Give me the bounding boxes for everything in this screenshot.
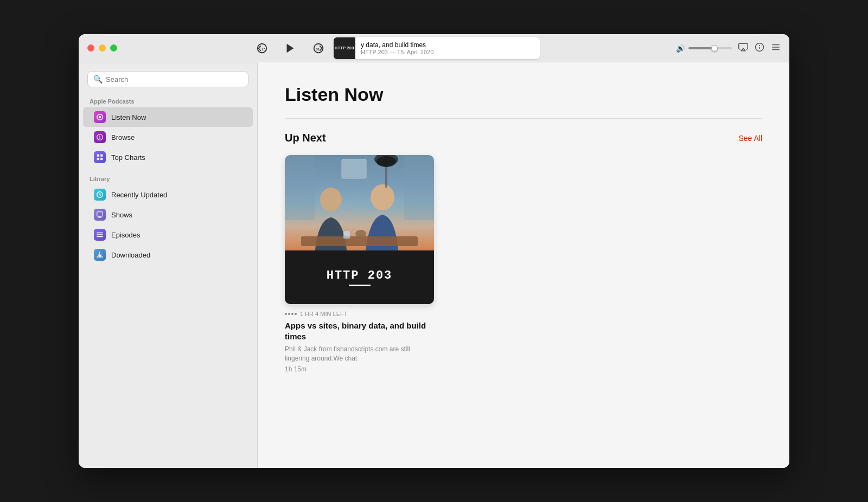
titlebar-right: 🔊 [676, 42, 789, 54]
play-button[interactable] [280, 38, 300, 58]
episode-time: 1 HR 4 MIN LEFT [285, 311, 434, 317]
svg-text:30: 30 [316, 47, 319, 50]
svg-rect-16 [100, 158, 103, 160]
volume-control[interactable]: 🔊 [676, 44, 732, 53]
episodes-label: Episodes [111, 231, 140, 239]
svg-rect-27 [285, 155, 315, 220]
listen-now-label: Listen Now [111, 113, 146, 121]
time-left: 1 HR 4 MIN LEFT [300, 311, 347, 317]
sidebar-item-browse[interactable]: Browse [83, 127, 253, 147]
transport-controls: 15 30 [253, 38, 327, 58]
podcast-artwork: HTTP 203 [285, 155, 434, 304]
page-title: Listen Now [285, 84, 762, 105]
shows-label: Shows [111, 211, 132, 219]
airplay-icon[interactable] [738, 42, 748, 54]
svg-rect-15 [97, 158, 99, 160]
svg-point-32 [376, 156, 396, 167]
episode-description: Phil & Jack from fishandscripts.com are … [285, 345, 434, 363]
app-window: 15 30 [79, 34, 789, 468]
titlebar: 15 30 [79, 34, 789, 62]
sidebar: 🔍 Apple Podcasts Listen Now [79, 62, 258, 468]
rewind-button[interactable]: 15 [253, 40, 271, 57]
search-box[interactable]: 🔍 [87, 71, 248, 87]
recently-updated-label: Recently Updated [111, 191, 167, 199]
room-svg [285, 155, 434, 255]
sidebar-item-top-charts[interactable]: Top Charts [83, 147, 253, 167]
dot-1 [285, 313, 287, 315]
sidebar-item-shows[interactable]: Shows [83, 205, 253, 224]
top-charts-icon [94, 151, 106, 163]
svg-marker-5 [741, 48, 745, 51]
minimize-button[interactable] [99, 44, 106, 52]
http203-bottom: HTTP 203 [285, 250, 434, 304]
now-playing-bar[interactable]: HTTP 203 y data, and build times HTTP 20… [334, 37, 540, 59]
maximize-button[interactable] [110, 44, 117, 52]
library-section-label: Library [79, 173, 257, 184]
downloaded-label: Downloaded [111, 251, 150, 259]
dot-2 [288, 313, 290, 315]
podcast-card[interactable]: HTTP 203 1 HR 4 MIN LEFT Apps vs sites, [285, 155, 434, 373]
apple-podcasts-section-label: Apple Podcasts [79, 96, 257, 107]
divider [285, 118, 762, 119]
forward-button[interactable]: 30 [310, 40, 327, 57]
now-playing-title: y data, and build times [361, 41, 534, 49]
now-playing-thumbnail: HTTP 203 [334, 37, 355, 59]
close-button[interactable] [87, 44, 94, 52]
svg-rect-18 [97, 212, 103, 216]
queue-icon[interactable] [771, 42, 781, 54]
traffic-lights [79, 44, 117, 52]
svg-rect-28 [404, 155, 434, 220]
sidebar-item-recently-updated[interactable]: Recently Updated [83, 185, 253, 204]
dot-3 [291, 313, 293, 315]
http203-label: HTTP 203 [327, 269, 393, 286]
browse-label: Browse [111, 133, 135, 141]
volume-knob[interactable] [711, 45, 718, 52]
svg-rect-13 [97, 155, 99, 157]
sidebar-item-episodes[interactable]: Episodes [83, 225, 253, 244]
svg-marker-2 [287, 43, 294, 53]
now-playing-subtitle: HTTP 203 — 15. April 2020 [361, 49, 534, 55]
info-icon[interactable] [755, 42, 764, 54]
volume-fill [688, 47, 714, 49]
titlebar-center: 15 30 [117, 37, 676, 59]
svg-rect-29 [342, 159, 366, 178]
sidebar-item-listen-now[interactable]: Listen Now [83, 107, 253, 127]
listen-now-icon [94, 111, 106, 123]
search-input[interactable] [106, 75, 242, 83]
svg-point-12 [99, 116, 101, 119]
episodes-icon [94, 229, 106, 241]
main-layout: 🔍 Apple Podcasts Listen Now [79, 62, 789, 468]
svg-text:15: 15 [261, 47, 266, 50]
volume-slider[interactable] [688, 47, 732, 49]
progress-dots [285, 313, 297, 315]
top-charts-label: Top Charts [111, 153, 145, 162]
recently-updated-icon [94, 189, 106, 201]
svg-rect-14 [100, 155, 103, 157]
browse-icon [94, 131, 106, 143]
episode-title: Apps vs sites, binary data, and build ti… [285, 320, 434, 342]
volume-icon: 🔊 [676, 44, 685, 53]
episode-duration: 1h 15m [285, 365, 434, 373]
content-area: Listen Now Up Next See All [258, 62, 789, 468]
shows-icon [94, 209, 106, 221]
now-playing-info: y data, and build times HTTP 203 — 15. A… [355, 41, 540, 55]
search-icon: 🔍 [93, 75, 103, 83]
up-next-title: Up Next [285, 132, 326, 144]
up-next-header: Up Next See All [285, 132, 762, 144]
downloaded-icon [94, 249, 106, 261]
sidebar-item-downloaded[interactable]: Downloaded [83, 245, 253, 265]
dot-4 [295, 313, 297, 315]
see-all-button[interactable]: See All [738, 134, 762, 143]
